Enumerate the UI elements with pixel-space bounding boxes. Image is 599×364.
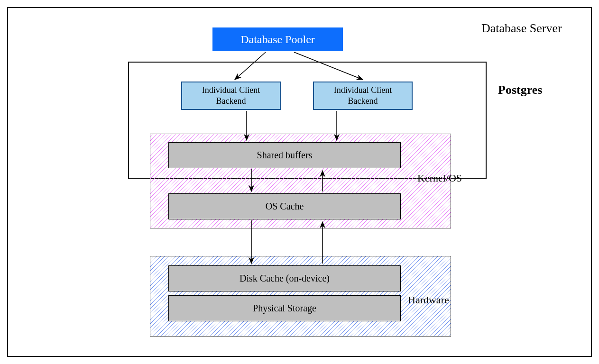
database-pooler-label: Database Pooler: [240, 33, 315, 46]
disk-cache-label: Disk Cache (on-device): [240, 273, 330, 284]
shared-buffers-box: Shared buffers: [168, 142, 401, 168]
postgres-label: Postgres: [498, 83, 542, 97]
client-backend-1: Individual Client Backend: [181, 82, 281, 110]
client-backend-1-label: Individual Client Backend: [202, 85, 260, 107]
client-backend-2-label: Individual Client Backend: [334, 85, 392, 107]
hardware-label: Hardware: [408, 294, 449, 306]
client-backend-2: Individual Client Backend: [313, 82, 413, 110]
physical-storage-label: Physical Storage: [253, 303, 316, 314]
os-cache-label: OS Cache: [266, 201, 304, 212]
os-cache-box: OS Cache: [168, 193, 401, 219]
kernel-os-label: Kernel/OS: [417, 172, 462, 184]
shared-buffers-label: Shared buffers: [257, 150, 313, 161]
database-pooler-box: Database Pooler: [212, 27, 343, 51]
database-server-label: Database Server: [481, 21, 562, 36]
physical-storage-box: Physical Storage: [168, 295, 401, 321]
disk-cache-box: Disk Cache (on-device): [168, 265, 401, 291]
